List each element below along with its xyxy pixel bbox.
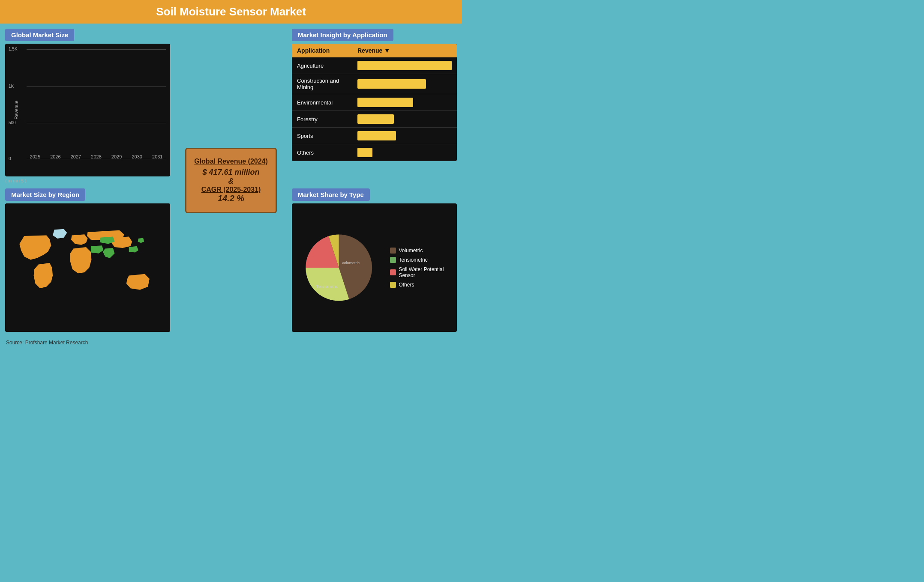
app-bar-rect-construction <box>357 79 426 89</box>
bars-container: 2025 2026 2027 2028 2029 <box>27 50 166 159</box>
app-bar-rect-agriculture <box>357 61 452 70</box>
revenue-title: Global Revenue (2024) <box>194 158 268 165</box>
pie-container: VolumetricTensiometric Volumetric Tensio… <box>292 203 457 332</box>
greenland <box>53 229 67 239</box>
app-name-environmental: Environmental <box>292 94 352 111</box>
pie-legend: Volumetric Tensiometric Soil Water Poten… <box>390 248 448 288</box>
app-table-header: Application Revenue ▼ <box>292 44 457 57</box>
south-america <box>34 263 53 288</box>
application-section: Market Insight by Application Applicatio… <box>292 29 457 183</box>
page-title: Soil Moisture Sensor Market <box>0 5 462 18</box>
middle-east <box>91 245 104 254</box>
china <box>111 236 132 248</box>
market-size-section: Global Market Size Revenue 1.5K 1K 500 0… <box>5 29 170 183</box>
bar-2031-label: 2031 <box>152 154 162 159</box>
legend-label-volumetric: Volumetric <box>399 248 423 254</box>
app-bar-agriculture <box>352 57 457 74</box>
bar-2028-label: 2028 <box>91 154 101 159</box>
cagr-value: 14.2 % <box>194 194 268 203</box>
market-size-label: Global Market Size <box>5 29 74 41</box>
app-row-forestry: Forestry <box>292 111 457 128</box>
source-text: Source: Profshare Market Research <box>6 340 88 346</box>
bar-2025: 2025 <box>27 152 44 159</box>
app-bar-rect-forestry <box>357 114 394 124</box>
app-row-others: Others <box>292 144 457 161</box>
bar-2030-label: 2030 <box>132 154 142 159</box>
cagr-label: CAGR (2025-2031) <box>194 186 268 194</box>
app-row-agriculture: Agriculture <box>292 57 457 74</box>
app-bar-rect-environmental <box>357 98 413 107</box>
bar-2030: 2030 <box>129 152 146 159</box>
africa <box>70 247 92 273</box>
app-bar-environmental <box>352 94 457 111</box>
europe <box>71 234 88 245</box>
bar-chart: Revenue 1.5K 1K 500 0 2025 2026 2027 <box>5 44 170 176</box>
app-row-construction: Construction and Mining <box>292 74 457 94</box>
app-name-agriculture: Agriculture <box>292 57 352 74</box>
legend-label-soil-water: Soil Water Potential Sensor <box>399 266 448 278</box>
north-america <box>19 235 51 260</box>
australia <box>126 274 150 290</box>
header: Soil Moisture Sensor Market <box>0 0 462 24</box>
legend-label-others: Others <box>399 282 414 288</box>
bar-2027-label: 2027 <box>71 154 81 159</box>
global-revenue-box: Global Revenue (2024) $ 417.61 million &… <box>185 148 277 213</box>
type-section: Market Share by Type VolumetricTensiomet… <box>292 188 457 332</box>
app-bar-rect-sports <box>357 131 396 140</box>
bar-2026-label: 2026 <box>50 154 60 159</box>
revenue-amp: & <box>194 177 268 186</box>
type-label: Market Share by Type <box>292 188 370 201</box>
chart-note: ( in mn $ ) <box>5 178 170 183</box>
legend-dot-soil-water <box>390 269 396 275</box>
app-name-sports: Sports <box>292 128 352 144</box>
bar-2028: 2028 <box>88 152 105 159</box>
bar-2029-label: 2029 <box>111 154 122 159</box>
app-name-construction: Construction and Mining <box>292 74 352 94</box>
app-bar-rect-others <box>357 148 372 157</box>
legend-others: Others <box>390 282 448 288</box>
center-column: Global Revenue (2024) $ 417.61 million &… <box>175 29 287 332</box>
japan <box>138 238 144 243</box>
app-bar-construction <box>352 74 457 94</box>
legend-tensiometric: Tensiometric <box>390 257 448 263</box>
bar-2031: 2031 <box>149 152 166 159</box>
app-table: Application Revenue ▼ Agriculture Constr… <box>292 44 457 161</box>
se-asia <box>129 246 138 253</box>
world-map-svg <box>5 203 170 332</box>
region-label: Market Size by Region <box>5 188 85 201</box>
col-revenue: Revenue ▼ <box>352 44 457 57</box>
region-section: Market Size by Region <box>5 188 170 332</box>
app-panel: Application Revenue ▼ Agriculture Constr… <box>292 44 457 161</box>
bar-2027: 2027 <box>67 152 84 159</box>
legend-dot-volumetric <box>390 248 396 254</box>
legend-label-tensiometric: Tensiometric <box>399 257 427 263</box>
revenue-value: $ 417.61 million <box>194 168 268 177</box>
legend-dot-others <box>390 282 396 288</box>
col-application: Application <box>292 44 352 57</box>
app-name-forestry: Forestry <box>292 111 352 128</box>
app-bar-sports <box>352 128 457 144</box>
footer: Source: Profshare Market Research <box>0 337 462 348</box>
svg-text:Tensiometric: Tensiometric <box>316 284 338 289</box>
india <box>103 248 114 258</box>
app-row-sports: Sports <box>292 128 457 144</box>
legend-volumetric: Volumetric <box>390 248 448 254</box>
pie-chart-svg: VolumetricTensiometric <box>300 221 377 315</box>
map-container <box>5 203 170 332</box>
legend-dot-tensiometric <box>390 257 396 263</box>
svg-text:Volumetric: Volumetric <box>342 261 360 265</box>
legend-soil-water: Soil Water Potential Sensor <box>390 266 448 278</box>
app-name-others: Others <box>292 144 352 161</box>
app-bar-forestry <box>352 111 457 128</box>
app-row-environmental: Environmental <box>292 94 457 111</box>
bar-2026: 2026 <box>47 152 64 159</box>
app-bar-others <box>352 144 457 161</box>
bar-2025-label: 2025 <box>30 154 40 159</box>
bar-2029: 2029 <box>108 152 125 159</box>
y-axis-label: Revenue <box>14 101 19 119</box>
app-section-label: Market Insight by Application <box>292 29 393 41</box>
